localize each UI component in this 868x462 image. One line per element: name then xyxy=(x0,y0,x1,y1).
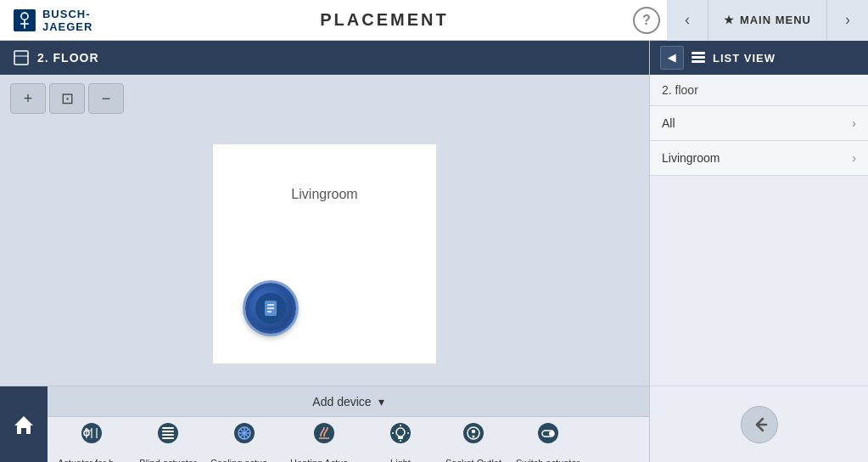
svg-rect-4 xyxy=(14,51,28,65)
device-name-blind-actuator: Blind actuator xyxy=(139,458,196,463)
nav-arrows: ‹ ★ MAIN MENU › xyxy=(667,0,868,41)
zoom-in-button[interactable]: + xyxy=(10,83,46,114)
logo-text: BUSCH-JAEGER xyxy=(42,8,122,33)
device-name-light: Light xyxy=(390,458,411,463)
device-name-switch-actuator: Switch actuator xyxy=(516,458,580,463)
device-icon-heating-actuator xyxy=(303,417,345,454)
list-items: 2. floor All›Livingroom› xyxy=(650,75,868,386)
right-panel: ◀ LIST VIEW 2. floor All›Livingroom› xyxy=(649,41,868,462)
list-view-icon xyxy=(691,50,706,65)
device-item-socket-outlet[interactable]: Socket Outlet xyxy=(440,417,507,462)
device-item-heating-actuator[interactable]: Heating Actuator xyxy=(287,417,361,462)
devices-row: Actuator for heati...Blind actuatorCooli… xyxy=(48,417,649,462)
svg-point-36 xyxy=(463,423,484,443)
list-toggle-button[interactable]: ◀ xyxy=(660,46,684,70)
device-item-actuator-heat[interactable]: Actuator for heati... xyxy=(54,417,129,462)
logo-area: BUSCH-JAEGER xyxy=(0,7,136,34)
list-items-rows: All›Livingroom› xyxy=(650,106,868,176)
add-device-bar: Add device ▾ Actuator for heati...Blind … xyxy=(48,386,649,462)
list-item-text: Livingroom xyxy=(662,151,720,165)
busch-jaeger-logo-icon xyxy=(14,7,36,34)
right-panel-footer xyxy=(650,386,868,462)
device-icon-actuator-heat xyxy=(70,417,113,454)
device-icon-switch-actuator xyxy=(527,417,569,454)
device-item-light[interactable]: Light xyxy=(367,417,434,462)
floor-label: 2. FLOOR xyxy=(37,51,99,65)
nav-prev-button[interactable]: ‹ xyxy=(667,0,708,41)
list-view-label: LIST VIEW xyxy=(713,52,776,65)
main-menu-star-icon: ★ xyxy=(724,14,735,26)
chevron-down-icon: ▾ xyxy=(378,395,384,408)
device-circle[interactable] xyxy=(245,283,296,334)
map-controls: + ⊡ − xyxy=(0,75,649,122)
list-item-chevron-icon: › xyxy=(852,116,856,130)
back-icon xyxy=(750,415,769,434)
floor-map: Livingroom xyxy=(0,122,649,386)
svg-rect-20 xyxy=(162,437,174,439)
svg-point-16 xyxy=(158,423,178,443)
main-content: 2. FLOOR + ⊡ − Livingroom xyxy=(0,41,868,462)
device-circle-inner xyxy=(255,293,286,324)
svg-rect-18 xyxy=(162,431,174,432)
add-device-label: Add device xyxy=(312,395,371,408)
zoom-out-button[interactable]: − xyxy=(88,83,124,114)
list-item-row[interactable]: Livingroom› xyxy=(650,141,868,176)
home-icon xyxy=(13,414,35,436)
floor-bar: 2. FLOOR xyxy=(0,41,649,75)
svg-marker-10 xyxy=(14,416,33,434)
placed-device[interactable] xyxy=(245,283,296,334)
device-item-cooling-actuator[interactable]: Cooling actuator xyxy=(207,417,282,462)
nav-next-button[interactable]: › xyxy=(827,0,868,41)
svg-rect-46 xyxy=(692,60,705,63)
main-menu-label: MAIN MENU xyxy=(740,14,811,26)
device-item-switch-actuator[interactable]: Switch actuator xyxy=(512,417,583,462)
list-view-bar: ◀ LIST VIEW xyxy=(650,41,868,75)
svg-rect-19 xyxy=(162,434,174,436)
svg-rect-17 xyxy=(162,427,174,429)
svg-point-40 xyxy=(473,435,475,437)
svg-rect-45 xyxy=(692,56,705,59)
list-item-text: All xyxy=(662,116,675,130)
fit-button[interactable]: ⊡ xyxy=(49,83,85,114)
room-box: Livingroom xyxy=(212,144,437,364)
list-item-chevron-icon: › xyxy=(852,151,856,165)
bottom-bar: Add device ▾ Actuator for heati...Blind … xyxy=(0,386,649,462)
device-name-cooling-actuator: Cooling actuator xyxy=(210,458,278,463)
device-icon-socket-outlet xyxy=(452,417,495,454)
list-section-header: 2. floor xyxy=(650,75,868,106)
svg-point-43 xyxy=(549,431,554,436)
svg-point-41 xyxy=(538,423,558,443)
device-item-blind-actuator[interactable]: Blind actuator xyxy=(134,417,202,462)
add-device-header[interactable]: Add device ▾ xyxy=(48,386,649,417)
device-icon-cooling-actuator xyxy=(223,417,266,454)
room-label: Livingroom xyxy=(291,187,357,202)
left-panel: 2. FLOOR + ⊡ − Livingroom xyxy=(0,41,649,462)
svg-rect-44 xyxy=(692,52,705,54)
svg-rect-38 xyxy=(472,430,473,433)
top-header: BUSCH-JAEGER PLACEMENT ? ‹ ★ MAIN MENU › xyxy=(0,0,868,41)
device-name-actuator-heat: Actuator for heati... xyxy=(58,458,126,463)
help-button[interactable]: ? xyxy=(633,7,660,34)
device-name-heating-actuator: Heating Actuator xyxy=(290,458,358,463)
device-icon-light xyxy=(379,417,422,454)
floor-icon xyxy=(14,50,29,65)
list-item-row[interactable]: All› xyxy=(650,106,868,141)
home-button[interactable] xyxy=(0,386,48,462)
svg-rect-39 xyxy=(473,430,475,433)
floor-bar-icon xyxy=(14,50,29,65)
device-name-socket-outlet: Socket Outlet xyxy=(445,458,501,463)
main-menu-button[interactable]: ★ MAIN MENU xyxy=(708,0,827,41)
svg-rect-35 xyxy=(398,437,403,439)
device-icon-blind-actuator xyxy=(147,417,189,454)
back-button[interactable] xyxy=(741,406,778,443)
device-list-icon xyxy=(261,299,280,318)
page-title: PLACEMENT xyxy=(136,10,633,30)
